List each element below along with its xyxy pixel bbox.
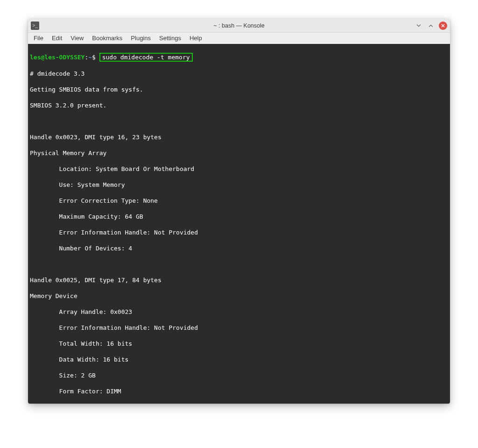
output-line: Getting SMBIOS data from sysfs. (30, 85, 448, 93)
prompt-line: les@les-ODYSSEY:~$ sudo dmidecode -t mem… (30, 53, 448, 62)
window-title: ~ : bash — Konsole (213, 22, 264, 29)
svg-text:>_: >_ (32, 23, 38, 28)
output-line: # dmidecode 3.3 (30, 70, 448, 78)
menu-edit[interactable]: Edit (52, 35, 62, 42)
output-line: Physical Memory Array (30, 149, 448, 157)
prompt-user: les@les-ODYSSEY (30, 54, 84, 61)
close-button[interactable] (439, 21, 447, 30)
maximize-button[interactable] (427, 21, 435, 30)
output-line: Total Width: 16 bits (30, 340, 448, 348)
output-line: Array Handle: 0x0023 (30, 308, 448, 316)
output-line: Error Information Handle: Not Provided (30, 324, 448, 332)
output-line: Set: None (30, 403, 448, 404)
output-line: Data Width: 16 bits (30, 356, 448, 363)
output-line (30, 117, 448, 125)
output-line: Form Factor: DIMM (30, 387, 448, 395)
output-line: Size: 2 GB (30, 371, 448, 379)
menu-help[interactable]: Help (190, 35, 202, 42)
command-highlight: sudo dmidecode -t memory (99, 53, 193, 62)
app-icon: >_ (31, 21, 39, 30)
menu-view[interactable]: View (70, 35, 84, 42)
output-line: Handle 0x0023, DMI type 16, 23 bytes (30, 133, 448, 141)
output-line: SMBIOS 3.2.0 present. (30, 101, 448, 109)
output-line: Number Of Devices: 4 (30, 244, 448, 252)
output-line: Memory Device (30, 292, 448, 300)
menu-file[interactable]: File (34, 35, 43, 42)
titlebar[interactable]: >_ ~ : bash — Konsole (28, 19, 450, 33)
menu-bookmarks[interactable]: Bookmarks (92, 35, 122, 42)
output-line: Use: System Memory (30, 181, 448, 189)
output-line (30, 260, 448, 268)
output-line: Handle 0x0025, DMI type 17, 84 bytes (30, 276, 448, 284)
output-line: Error Information Handle: Not Provided (30, 228, 448, 236)
terminal-output[interactable]: les@les-ODYSSEY:~$ sudo dmidecode -t mem… (28, 44, 450, 404)
command-text: sudo dmidecode -t memory (102, 54, 190, 61)
output-line: Error Correction Type: None (30, 197, 448, 205)
minimize-button[interactable] (415, 21, 423, 30)
prompt-sigil: $ (92, 54, 99, 61)
menu-settings[interactable]: Settings (159, 35, 181, 42)
menubar: File Edit View Bookmarks Plugins Setting… (28, 33, 450, 44)
konsole-window: >_ ~ : bash — Konsole File Edit View Boo… (28, 19, 450, 404)
output-line: Location: System Board Or Motherboard (30, 165, 448, 173)
output-line: Maximum Capacity: 64 GB (30, 213, 448, 220)
menu-plugins[interactable]: Plugins (131, 35, 151, 42)
prompt-path: ~ (88, 54, 92, 61)
